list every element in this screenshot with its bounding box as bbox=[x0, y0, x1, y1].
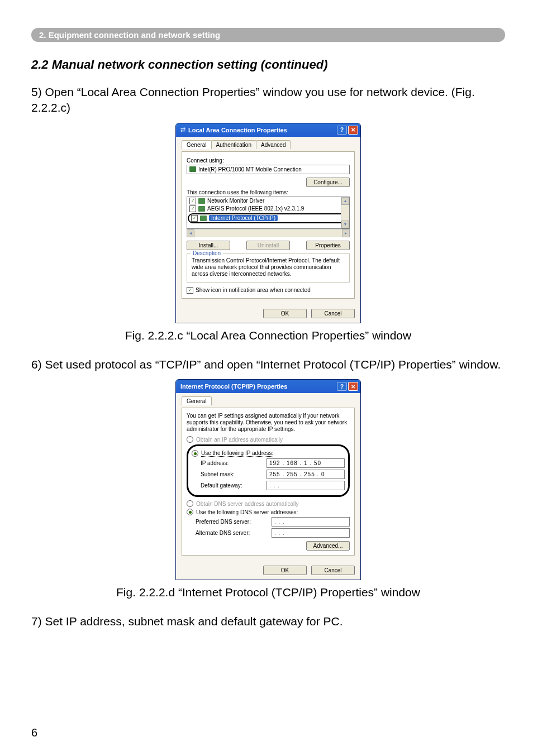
dialog-body: General Authentication Advanced Connect … bbox=[176, 137, 360, 304]
figure-caption-1: Fig. 2.2.2.c “Local Area Connection Prop… bbox=[31, 329, 505, 342]
tab-panel: Connect using: Intel(R) PRO/1000 MT Mobi… bbox=[182, 151, 355, 299]
dialog2-wrap: Internet Protocol (TCP/IP) Properties ? … bbox=[31, 379, 505, 580]
radio-dns-auto: Obtain DNS server address automatically bbox=[187, 500, 350, 507]
subnet-input[interactable]: 255 . 255 . 255 . 0 bbox=[266, 470, 345, 479]
list-item[interactable]: ✓ AEGIS Protocol (IEEE 802.1x) v2.3.1.9 bbox=[187, 205, 349, 213]
advanced-row: Advanced... bbox=[187, 541, 350, 551]
ip-address-row: IP address: 192 . 168 . 1 . 50 bbox=[201, 458, 345, 468]
radio-label: Use the following DNS server addresses: bbox=[196, 509, 298, 515]
titlebar: ⇄ Local Area Connection Properties ? ✕ bbox=[176, 123, 360, 137]
subnet-row: Subnet mask: 255 . 255 . 255 . 0 bbox=[201, 470, 345, 479]
step-7: 7) Set IP address, subnet mask and defau… bbox=[31, 614, 505, 629]
protocol-icon bbox=[200, 216, 207, 221]
titlebar: Internet Protocol (TCP/IP) Properties ? … bbox=[176, 380, 360, 393]
window-title: Internet Protocol (TCP/IP) Properties bbox=[180, 383, 287, 390]
item-label: AEGIS Protocol (IEEE 802.1x) v2.3.1.9 bbox=[207, 205, 304, 212]
scroll-left-icon[interactable]: ◂ bbox=[187, 229, 194, 237]
items-label: This connection uses the following items… bbox=[187, 189, 350, 195]
protocol-icon bbox=[198, 198, 205, 204]
close-button[interactable]: ✕ bbox=[348, 126, 358, 135]
pref-dns-row: Preferred DNS server: . . . bbox=[196, 517, 350, 527]
titlebar-buttons: ? ✕ bbox=[337, 382, 358, 391]
scroll-right-icon[interactable]: ▸ bbox=[342, 229, 350, 237]
intro-text: You can get IP settings assigned automat… bbox=[187, 413, 350, 433]
scroll-down-icon[interactable]: ▾ bbox=[341, 221, 349, 228]
radio-dns-manual[interactable]: Use the following DNS server addresses: bbox=[187, 509, 350, 515]
pref-dns-input[interactable]: . . . bbox=[272, 517, 350, 527]
ok-button[interactable]: OK bbox=[263, 566, 307, 575]
adapter-box: Intel(R) PRO/1000 MT Mobile Connection bbox=[187, 165, 350, 174]
cancel-button[interactable]: Cancel bbox=[311, 309, 355, 318]
adapter-icon bbox=[189, 166, 196, 172]
dialog-buttons: OK Cancel bbox=[176, 304, 360, 323]
gateway-input[interactable]: . . . bbox=[266, 481, 345, 490]
configure-button[interactable]: Configure... bbox=[306, 178, 350, 187]
radio-label: Obtain DNS server address automatically bbox=[196, 501, 298, 507]
list-item-selected[interactable]: ✓ Internet Protocol (TCP/IP) bbox=[188, 213, 349, 223]
tab-general[interactable]: General bbox=[182, 396, 212, 405]
uninstall-button[interactable]: Uninstall bbox=[246, 241, 290, 250]
protocol-icon bbox=[198, 206, 205, 212]
tab-advanced[interactable]: Advanced bbox=[256, 140, 291, 149]
page-number: 6 bbox=[31, 726, 37, 739]
ip-highlight-oval: Use the following IP address: IP address… bbox=[187, 444, 350, 497]
description-text: Transmission Control Protocol/Internet P… bbox=[192, 257, 345, 277]
help-button[interactable]: ? bbox=[337, 126, 347, 135]
dialog-body: General You can get IP settings assigned… bbox=[176, 393, 360, 561]
advanced-button[interactable]: Advanced... bbox=[306, 541, 350, 551]
vscrollbar[interactable]: ▴ ▾ bbox=[341, 197, 349, 228]
radio-use-following-ip[interactable]: Use the following IP address: bbox=[192, 450, 345, 457]
list-item[interactable]: ✓ Network Monitor Driver bbox=[187, 197, 349, 205]
tab-panel: You can get IP settings assigned automat… bbox=[182, 408, 355, 556]
close-button[interactable]: ✕ bbox=[348, 382, 358, 391]
alt-dns-label: Alternate DNS server: bbox=[196, 530, 250, 536]
radio-icon bbox=[192, 450, 198, 457]
ip-label: IP address: bbox=[201, 460, 229, 466]
radio-icon bbox=[187, 509, 193, 515]
page: 2. Equipment connection and network sett… bbox=[0, 0, 533, 756]
ip-input[interactable]: 192 . 168 . 1 . 50 bbox=[266, 458, 345, 468]
hscrollbar[interactable]: ◂ ▸ bbox=[187, 229, 350, 237]
properties-button[interactable]: Properties bbox=[306, 241, 350, 250]
step-6: 6) Set used protocol as “TCP/IP” and ope… bbox=[31, 357, 505, 372]
show-icon-check[interactable]: ✓ Show icon in notification area when co… bbox=[187, 287, 350, 294]
lan-properties-window: ⇄ Local Area Connection Properties ? ✕ G… bbox=[175, 123, 361, 323]
description-group: Description Transmission Control Protoco… bbox=[187, 253, 350, 283]
radio-label: Use the following IP address: bbox=[201, 450, 273, 457]
checkbox-icon[interactable]: ✓ bbox=[189, 205, 196, 212]
figure-caption-2: Fig. 2.2.2.d “Internet Protocol (TCP/IP)… bbox=[31, 586, 505, 599]
description-legend: Description bbox=[191, 250, 223, 256]
radio-label: Obtain an IP address automatically bbox=[196, 437, 283, 443]
dialog-buttons: OK Cancel bbox=[176, 561, 360, 580]
item-label: Network Monitor Driver bbox=[207, 198, 264, 204]
radio-icon bbox=[187, 500, 193, 507]
dialog1-wrap: ⇄ Local Area Connection Properties ? ✕ G… bbox=[31, 123, 505, 323]
radio-obtain-auto[interactable]: Obtain an IP address automatically bbox=[187, 436, 350, 443]
checkbox-icon[interactable]: ✓ bbox=[187, 287, 193, 294]
show-icon-label: Show icon in notification area when conn… bbox=[196, 287, 311, 293]
tab-general[interactable]: General bbox=[182, 140, 212, 149]
ok-button[interactable]: OK bbox=[263, 309, 307, 318]
scroll-up-icon[interactable]: ▴ bbox=[341, 197, 349, 205]
items-listbox[interactable]: ✓ Network Monitor Driver ✓ AEGIS Protoco… bbox=[187, 197, 350, 229]
connect-using-label: Connect using: bbox=[187, 157, 350, 164]
adapter-name: Intel(R) PRO/1000 MT Mobile Connection bbox=[198, 166, 302, 173]
tcpip-properties-window: Internet Protocol (TCP/IP) Properties ? … bbox=[175, 379, 361, 580]
radio-icon bbox=[187, 436, 193, 443]
gateway-label: Default gateway: bbox=[201, 482, 242, 489]
cancel-button[interactable]: Cancel bbox=[311, 566, 355, 575]
alt-dns-input[interactable]: . . . bbox=[272, 528, 350, 538]
section-heading: 2.2 Manual network connection setting (c… bbox=[31, 58, 505, 72]
subnet-label: Subnet mask: bbox=[201, 471, 235, 477]
help-button[interactable]: ? bbox=[337, 382, 347, 391]
section-bar: 2. Equipment connection and network sett… bbox=[31, 28, 505, 42]
checkbox-icon[interactable]: ✓ bbox=[189, 198, 196, 204]
window-title: Local Area Connection Properties bbox=[188, 127, 287, 133]
configure-row: Configure... bbox=[187, 178, 350, 187]
tabs: General bbox=[182, 396, 355, 405]
item-label: Internet Protocol (TCP/IP) bbox=[209, 215, 278, 221]
checkbox-icon[interactable]: ✓ bbox=[191, 215, 198, 222]
pref-dns-label: Preferred DNS server: bbox=[196, 519, 251, 525]
install-button[interactable]: Install... bbox=[187, 241, 230, 250]
tab-authentication[interactable]: Authentication bbox=[211, 140, 256, 149]
